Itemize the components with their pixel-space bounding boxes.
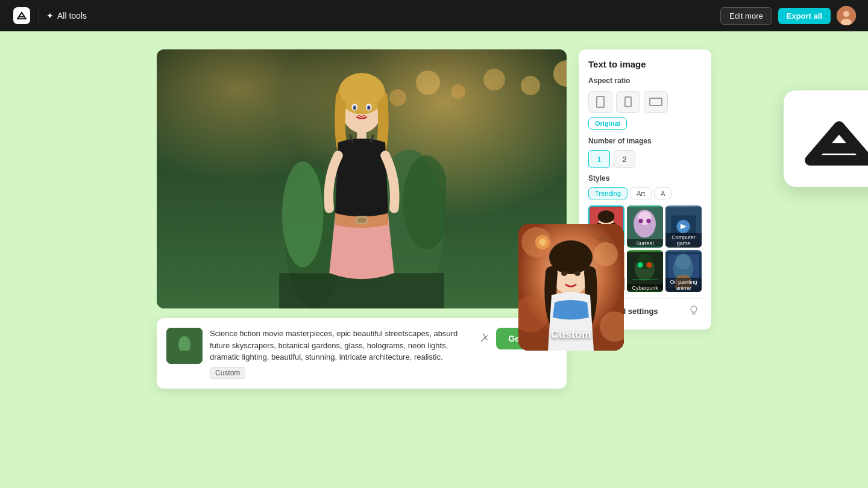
navbar-right: Edit more Export all [720, 6, 856, 25]
svg-point-70 [646, 262, 652, 267]
ar-portrait-icon [596, 96, 605, 108]
svg-point-18 [368, 107, 370, 109]
svg-point-45 [539, 239, 546, 246]
svg-point-76 [691, 306, 697, 312]
aspect-ratio-label: Aspect ratio [588, 77, 702, 85]
prompt-thumbnail [166, 328, 203, 364]
ar-landscape-icon [649, 98, 662, 106]
svg-point-43 [574, 271, 580, 276]
style-tab-trending[interactable]: Trending [588, 187, 627, 199]
svg-rect-0 [13, 7, 30, 24]
svg-point-75 [676, 254, 691, 269]
cursor-arrow [576, 348, 606, 351]
svg-rect-23 [357, 218, 366, 223]
style-card-oil-painting[interactable]: Oil painting anime [665, 250, 702, 292]
svg-point-69 [638, 262, 643, 267]
edit-more-button[interactable]: Edit more [720, 7, 772, 25]
num-images-options: 1 2 [588, 150, 702, 168]
main-image [157, 49, 567, 308]
lightbulb-button[interactable] [686, 302, 702, 320]
custom-popup-overlay: Custom [518, 224, 624, 351]
export-all-button[interactable]: Export all [778, 8, 831, 24]
svg-point-17 [354, 107, 356, 109]
capcut-big-logo [796, 102, 868, 175]
svg-point-7 [282, 161, 323, 267]
style-card-computer-game[interactable]: Computer game [665, 205, 702, 248]
left-panel: Science fiction movie masterpieces, epic… [157, 49, 567, 389]
style-cyberpunk-label: Cyberpunk [627, 284, 663, 292]
ar-portrait-button[interactable] [588, 91, 612, 113]
user-avatar[interactable] [837, 6, 856, 25]
style-computer-label: Computer game [665, 233, 702, 248]
styles-tabs: Trending Art A [588, 187, 702, 199]
ar-portrait2-icon [624, 96, 632, 107]
wand-icon: ✦ [46, 11, 54, 20]
num-2-button[interactable]: 2 [614, 150, 635, 168]
ar-landscape-button[interactable] [644, 91, 668, 113]
ar-portrait2-button[interactable] [616, 91, 640, 113]
svg-point-34 [485, 337, 486, 339]
prompt-tag[interactable]: Custom [210, 367, 245, 379]
svg-rect-33 [180, 351, 189, 361]
svg-point-54 [646, 219, 650, 223]
svg-point-32 [178, 336, 190, 353]
prompt-box: Science fiction movie masterpieces, epic… [157, 318, 567, 389]
ar-original-button[interactable]: Original [588, 117, 627, 130]
svg-point-37 [594, 242, 618, 266]
style-surreal-label: Surreal [627, 239, 663, 248]
style-card-cyberpunk[interactable]: Cyberpunk [627, 250, 663, 292]
style-tab-more[interactable]: A [654, 187, 671, 199]
svg-point-12 [339, 74, 384, 107]
prompt-text: Science fiction movie masterpieces, epic… [210, 328, 472, 363]
svg-point-53 [638, 219, 643, 223]
prompt-content: Science fiction movie masterpieces, epic… [210, 328, 472, 379]
styles-label: Styles [588, 174, 702, 183]
svg-point-2 [843, 11, 849, 17]
navbar: ✦ All tools Edit more Export all [0, 0, 868, 31]
navbar-tools-label: All tools [57, 11, 87, 20]
svg-point-49 [598, 210, 615, 223]
style-card-surreal[interactable]: Surreal [627, 205, 663, 248]
panel-title: Text to image [588, 59, 702, 69]
svg-point-42 [561, 271, 567, 276]
navbar-tools-button[interactable]: ✦ All tools [46, 11, 87, 20]
woman-figure [277, 49, 446, 308]
aspect-ratio-options [588, 91, 702, 113]
custom-popup-label: Custom [551, 328, 591, 341]
custom-popup: Custom [518, 224, 624, 351]
style-tab-art[interactable]: Art [630, 187, 652, 199]
magic-enhance-button[interactable] [479, 331, 491, 346]
navbar-divider [39, 8, 39, 23]
capcut-logo-overlay [784, 90, 868, 187]
num-1-button[interactable]: 1 [588, 150, 610, 168]
num-images-label: Number of images [588, 137, 702, 145]
style-oil-label: Oil painting anime [665, 278, 702, 292]
main-content: Science fiction movie masterpieces, epic… [0, 31, 868, 488]
navbar-logo[interactable] [12, 6, 31, 25]
